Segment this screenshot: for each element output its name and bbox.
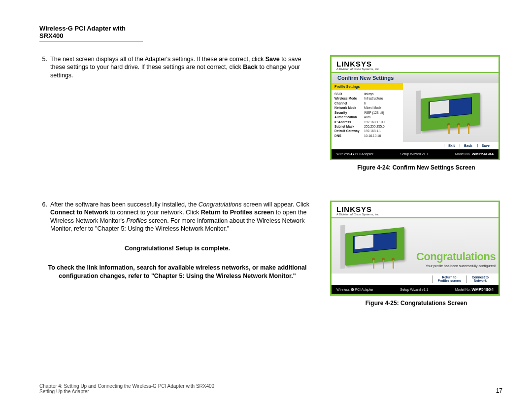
dialog-body: Profile Settings SSIDlinksys Wireless Mo…: [332, 83, 499, 142]
congratulations-ref: Congratulations: [199, 201, 242, 208]
dialog-buttons: Return toProfiles screen Connect toNetwo…: [332, 274, 499, 284]
dialog-brand-area: LINKSYS A Division of Cisco Systems, Inc…: [332, 202, 499, 217]
table-row: Subnet Mask255.255.255.0: [334, 124, 400, 129]
dialog-footer: Wireless-G PCI Adapter Setup Wizard v1.1…: [332, 285, 499, 294]
document-page: Wireless-G PCI Adapter with SRX400 5. Th…: [0, 0, 532, 411]
return-to-profiles-ref: Return to Profiles screen: [201, 209, 274, 216]
save-label-ref: Save: [266, 56, 280, 63]
back-label-ref: Back: [243, 64, 258, 70]
figure-4-24: LINKSYS A Division of Cisco Systems, Inc…: [330, 55, 502, 171]
profile-settings-table: SSIDlinksys Wireless ModeInfrastructure …: [332, 90, 403, 142]
dialog-footer: Wireless-G PCI Adapter Setup Wizard v1.1…: [332, 149, 499, 159]
dialog-buttons: Exit Back Save: [332, 142, 499, 149]
footer-chapter: Chapter 4: Setting Up and Connecting the…: [39, 383, 214, 389]
step-6: 6. After the software has been successfu…: [39, 201, 315, 233]
figure-caption: Figure 4-24: Confirm New Settings Screen: [330, 164, 502, 171]
linksys-logo-sub: A Division of Cisco Systems, Inc.: [336, 68, 494, 70]
figure-caption: Figure 4-25: Congratulations Screen: [330, 300, 502, 307]
table-row: Channel6: [334, 101, 400, 105]
table-row: Wireless ModeInfrastructure: [334, 96, 400, 101]
table-row: IP Address192.168.1.100: [334, 120, 400, 124]
step-number: 5.: [39, 55, 50, 79]
save-button[interactable]: Save: [477, 144, 494, 147]
product-image-area: [403, 83, 499, 142]
step-number: 6.: [39, 201, 50, 233]
profile-settings-panel: Profile Settings SSIDlinksys Wireless Mo…: [332, 83, 403, 142]
table-row: AuthenticationAuto: [334, 115, 400, 119]
step-body: The next screen displays all of the Adap…: [50, 55, 315, 79]
step-body: After the software has been successfully…: [50, 201, 315, 233]
congratulations-subtext: Your profile has been successfully confi…: [416, 264, 496, 268]
page-footer: Chapter 4: Setting Up and Connecting the…: [39, 383, 502, 394]
row-step5: 5. The next screen displays all of the A…: [39, 55, 502, 171]
text: The next screen displays all of the Adap…: [50, 56, 266, 63]
confirm-settings-dialog: LINKSYS A Division of Cisco Systems, Inc…: [330, 55, 500, 160]
table-row: SSIDlinksys: [334, 92, 400, 96]
text: screen will appear. Click: [241, 201, 309, 208]
exit-button[interactable]: Exit: [444, 144, 459, 147]
text: to connect to your network. Click: [108, 209, 201, 216]
congratulations-dialog: LINKSYS A Division of Cisco Systems, Inc…: [330, 201, 500, 295]
footer-section: Setting Up the Adapter: [39, 389, 214, 394]
page-number: 17: [496, 387, 502, 394]
congratulations-heading: Congratulations: [416, 250, 496, 263]
dialog-body: Congratulations Your profile has been su…: [332, 218, 499, 274]
back-button[interactable]: Back: [460, 144, 476, 147]
table-row: SecurityWEP (128-bit): [334, 110, 400, 115]
profile-settings-header: Profile Settings: [332, 83, 403, 90]
table-row: Network ModeMixed Mode: [334, 105, 400, 110]
profiles-ref: Profiles: [127, 217, 147, 224]
dialog-brand-area: LINKSYS A Division of Cisco Systems, Inc…: [332, 57, 499, 72]
linksys-logo-sub: A Division of Cisco Systems, Inc.: [336, 213, 494, 216]
pci-adapter-illustration: [414, 91, 488, 135]
dialog-title: Confirm New Settings: [332, 72, 499, 83]
step-5: 5. The next screen displays all of the A…: [39, 55, 315, 79]
page-header: Wireless-G PCI Adapter with SRX400: [39, 25, 143, 41]
connect-to-network-ref: Connect to Network: [50, 209, 108, 216]
linksys-logo: LINKSYS: [336, 205, 494, 213]
figure-4-25: LINKSYS A Division of Cisco Systems, Inc…: [330, 201, 502, 306]
step6-text-col: 6. After the software has been successfu…: [39, 201, 315, 306]
linksys-logo: LINKSYS: [336, 60, 494, 68]
row-step6: 6. After the software has been successfu…: [39, 201, 502, 306]
setup-complete-note: To check the link information, search fo…: [39, 264, 315, 280]
setup-complete-heading: Congratulations! Setup is complete.: [39, 244, 315, 252]
text: After the software has been successfully…: [50, 201, 199, 208]
return-to-profiles-button[interactable]: Return toProfiles screen: [432, 275, 466, 282]
connect-to-network-button[interactable]: Connect toNetwork: [466, 275, 494, 282]
table-row: DNS10.10.10.10: [334, 134, 400, 138]
pci-adapter-illustration: [338, 225, 412, 270]
table-row: Default Gateway192.168.1.1: [334, 129, 400, 133]
step5-text-col: 5. The next screen displays all of the A…: [39, 55, 315, 171]
